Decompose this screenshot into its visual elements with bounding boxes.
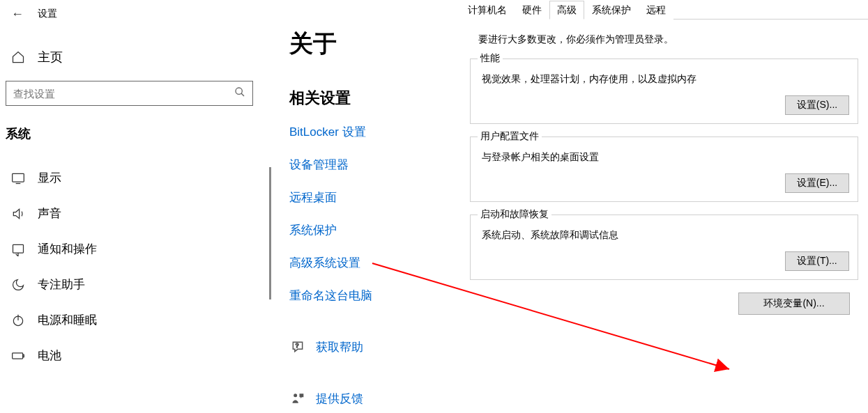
get-help-label: 获取帮助 xyxy=(316,339,363,355)
back-arrow-icon[interactable]: ← xyxy=(11,7,24,22)
settings-title: 设置 xyxy=(38,8,57,20)
user-profiles-settings-button[interactable]: 设置(E)... xyxy=(785,173,849,193)
svg-line-1 xyxy=(241,93,244,96)
home-row[interactable]: 主页 xyxy=(0,42,272,72)
nav-label: 显示 xyxy=(38,170,61,186)
focus-icon xyxy=(11,278,25,292)
svg-rect-7 xyxy=(13,352,23,358)
about-panel: 关于 相关设置 BitLocker 设置 设备管理器 远程桌面 系统保护 高级系… xyxy=(289,28,457,413)
scrollbar-thumb[interactable] xyxy=(269,167,271,299)
group-desc: 系统启动、系统故障和调试信息 xyxy=(482,229,846,242)
battery-icon xyxy=(11,349,25,363)
nav-item-display[interactable]: 显示 xyxy=(0,160,272,196)
group-legend: 用户配置文件 xyxy=(478,130,542,143)
settings-sidebar: ← 设置 主页 系统 显示 声音 通知和操 xyxy=(0,0,272,413)
group-desc: 与登录帐户相关的桌面设置 xyxy=(482,151,846,164)
related-settings-title: 相关设置 xyxy=(289,88,457,109)
nav-item-battery[interactable]: 电池 xyxy=(0,338,272,373)
group-user-profiles: 用户配置文件 与登录帐户相关的桌面设置 设置(E)... xyxy=(470,137,858,202)
help-icon: ? xyxy=(289,338,306,355)
home-icon xyxy=(11,50,25,64)
category-header: 系统 xyxy=(0,114,272,149)
nav-item-notifications[interactable]: 通知和操作 xyxy=(0,231,272,267)
nav-label: 电池 xyxy=(38,348,61,364)
nav-item-power[interactable]: 电源和睡眠 xyxy=(0,302,272,338)
nav-item-focus[interactable]: 专注助手 xyxy=(0,267,272,302)
about-title: 关于 xyxy=(289,28,457,60)
group-startup-recovery: 启动和故障恢复 系统启动、系统故障和调试信息 设置(T)... xyxy=(470,215,858,280)
search-icon xyxy=(234,86,245,100)
dialog-body: 要进行大多数更改，你必须作为管理员登录。 性能 视觉效果，处理器计划，内存使用，… xyxy=(460,20,868,322)
tab-advanced[interactable]: 高级 xyxy=(549,1,584,20)
feedback-row[interactable]: 提供反馈 xyxy=(289,390,457,407)
environment-variables-button[interactable]: 环境变量(N)... xyxy=(738,293,850,315)
admin-note: 要进行大多数更改，你必须作为管理员登录。 xyxy=(470,33,858,46)
nav-label: 电源和睡眠 xyxy=(38,312,97,328)
group-desc: 视觉效果，处理器计划，内存使用，以及虚拟内存 xyxy=(482,73,846,86)
feedback-icon xyxy=(289,390,306,407)
nav-item-sound[interactable]: 声音 xyxy=(0,196,272,231)
tab-hardware[interactable]: 硬件 xyxy=(515,1,549,20)
search-input[interactable] xyxy=(13,88,234,100)
feedback-label: 提供反馈 xyxy=(316,391,363,407)
search-box[interactable] xyxy=(6,81,253,106)
group-legend: 启动和故障恢复 xyxy=(478,208,551,221)
nav-list: 显示 声音 通知和操作 专注助手 电源和睡眠 xyxy=(0,160,272,373)
notify-icon xyxy=(11,242,25,256)
tab-remote[interactable]: 远程 xyxy=(639,1,673,20)
nav-label: 通知和操作 xyxy=(38,241,97,257)
nav-label: 声音 xyxy=(38,205,61,221)
link-advanced-system-settings[interactable]: 高级系统设置 xyxy=(289,255,457,271)
tabs: 计算机名 硬件 高级 系统保护 远程 xyxy=(460,0,868,20)
tab-system-protection[interactable]: 系统保护 xyxy=(584,1,639,20)
home-label: 主页 xyxy=(38,49,63,65)
power-icon xyxy=(11,313,25,327)
display-icon xyxy=(11,171,25,185)
system-properties-dialog: 计算机名 硬件 高级 系统保护 远程 要进行大多数更改，你必须作为管理员登录。 … xyxy=(460,0,868,413)
performance-settings-button[interactable]: 设置(S)... xyxy=(785,95,849,115)
link-bitlocker[interactable]: BitLocker 设置 xyxy=(289,124,457,140)
svg-text:?: ? xyxy=(296,342,299,349)
svg-rect-8 xyxy=(23,354,24,357)
nav-label: 专注助手 xyxy=(38,276,85,293)
get-help-row[interactable]: ? 获取帮助 xyxy=(289,338,457,355)
svg-rect-2 xyxy=(13,173,24,182)
group-performance: 性能 视觉效果，处理器计划，内存使用，以及虚拟内存 设置(S)... xyxy=(470,59,858,124)
svg-rect-4 xyxy=(13,244,24,253)
svg-point-0 xyxy=(236,88,242,94)
sound-icon xyxy=(11,207,25,221)
group-legend: 性能 xyxy=(478,52,503,65)
link-rename-pc[interactable]: 重命名这台电脑 xyxy=(289,288,457,304)
settings-header: ← 设置 xyxy=(0,0,272,28)
link-device-manager[interactable]: 设备管理器 xyxy=(289,157,457,173)
link-system-protection[interactable]: 系统保护 xyxy=(289,222,457,238)
startup-recovery-settings-button[interactable]: 设置(T)... xyxy=(785,251,849,271)
svg-point-10 xyxy=(294,393,297,397)
tab-computer-name[interactable]: 计算机名 xyxy=(460,1,515,20)
link-remote-desktop[interactable]: 远程桌面 xyxy=(289,189,457,205)
